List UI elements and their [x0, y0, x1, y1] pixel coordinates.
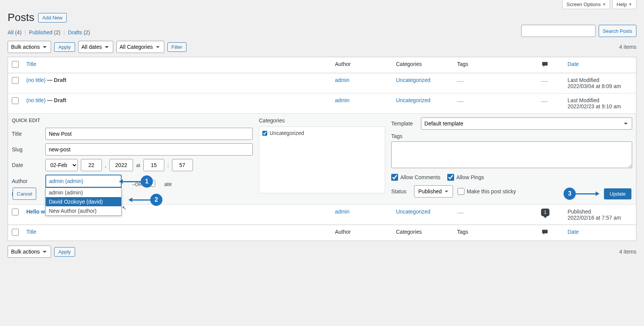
chevron-down-icon: ▼ — [628, 2, 632, 6]
allow-pings-checkbox[interactable] — [447, 174, 454, 181]
author-dropdown: admin (admin) David Ozokoye (david) New … — [45, 188, 122, 216]
category-link[interactable]: Uncategorized — [396, 77, 430, 83]
comments-empty: — — [541, 97, 548, 105]
qe-date-label: Date — [12, 162, 42, 168]
category-link[interactable]: Uncategorized — [396, 97, 430, 103]
author-link[interactable]: admin — [335, 97, 350, 103]
apply-button-top[interactable]: Apply — [54, 42, 75, 52]
post-state: — Draft — [46, 77, 66, 83]
table-row: (no title) — Draft admin Uncategorized —… — [8, 93, 636, 114]
qe-year-input[interactable] — [109, 159, 133, 171]
col-date[interactable]: Date — [564, 57, 636, 73]
annotation-3: 3 — [564, 188, 576, 200]
annotation-1: 1 — [141, 175, 153, 188]
post-title-link[interactable]: (no title) — [26, 97, 46, 103]
post-title-link[interactable]: (no title) — [26, 77, 46, 83]
qe-author-select[interactable]: admin (admin) — [45, 175, 122, 188]
qe-day-input[interactable] — [81, 159, 102, 171]
date-label: Last Modified — [568, 97, 599, 103]
row-checkbox[interactable] — [12, 77, 19, 84]
qe-slug-input[interactable] — [45, 143, 253, 156]
bulk-actions-select-bottom[interactable]: Bulk actions — [8, 246, 51, 258]
qe-minute-input[interactable] — [172, 159, 193, 171]
author-option[interactable]: New Author (author) — [46, 206, 121, 215]
filter-drafts[interactable]: Drafts — [68, 29, 82, 35]
screen-options-tab[interactable]: Screen Options ▼ — [562, 0, 610, 9]
col-tags: Tags — [453, 225, 537, 241]
tags-empty: — — [457, 97, 464, 105]
col-title[interactable]: Title — [22, 57, 331, 73]
col-author: Author — [331, 225, 392, 241]
author-link[interactable]: admin — [335, 209, 350, 215]
col-date[interactable]: Date — [564, 225, 636, 241]
qe-title-input[interactable] — [45, 128, 253, 140]
cat-uncategorized-checkbox[interactable] — [262, 131, 267, 136]
comment-count[interactable]: 1 — [541, 209, 550, 216]
row-checkbox[interactable] — [12, 97, 19, 104]
private-label-partial: ate — [164, 181, 172, 187]
qe-tags-label: Tags — [391, 133, 632, 139]
category-link[interactable]: Uncategorized — [396, 209, 430, 215]
col-title[interactable]: Title — [22, 225, 331, 241]
date-value: 2022/02/23 at 9:10 am — [568, 103, 621, 109]
filter-button[interactable]: Filter — [167, 42, 187, 52]
qe-slug-label: Slug — [12, 146, 42, 153]
date-value: 2022/02/16 at 7:57 am — [568, 215, 621, 221]
comment-icon — [541, 229, 549, 235]
quick-edit-heading: QUICK EDIT — [12, 117, 253, 123]
dates-select[interactable]: All dates — [78, 41, 113, 53]
qe-template-select[interactable]: Default template — [421, 117, 632, 130]
col-categories: Categories — [392, 57, 453, 73]
annotation-2: 2 — [150, 194, 162, 206]
author-option[interactable]: admin (admin) — [46, 188, 121, 197]
author-option-selected[interactable]: David Ozokoye (david) — [46, 197, 121, 206]
add-new-button[interactable]: Add New — [38, 13, 67, 22]
chevron-down-icon: ▼ — [602, 2, 606, 6]
qe-month-select[interactable]: 02-Feb — [45, 159, 78, 171]
tags-empty: — — [457, 209, 464, 216]
comments-empty: — — [541, 77, 548, 85]
categories-box[interactable]: Uncategorized — [259, 127, 385, 193]
items-count-bottom: 4 items — [619, 249, 636, 255]
search-button[interactable]: Search Posts — [599, 25, 636, 37]
qe-author-label: Author — [12, 178, 42, 184]
allow-comments-checkbox[interactable] — [391, 174, 398, 181]
col-comments[interactable] — [537, 57, 564, 73]
filter-all[interactable]: All — [8, 29, 14, 35]
comment-icon — [541, 61, 549, 67]
update-button[interactable]: Update — [604, 188, 631, 199]
author-link[interactable]: admin — [335, 77, 350, 83]
items-count: 4 items — [619, 44, 636, 50]
date-label: Published — [568, 209, 591, 215]
categories-select[interactable]: All Categories — [116, 41, 164, 53]
qe-tags-textarea[interactable] — [391, 141, 632, 168]
row-checkbox[interactable] — [12, 209, 19, 215]
apply-button-bottom[interactable]: Apply — [54, 247, 75, 257]
select-all-checkbox-bottom[interactable] — [12, 229, 19, 236]
table-row: (no title) — Draft admin Uncategorized —… — [8, 73, 636, 93]
page-title: Posts — [8, 11, 34, 24]
select-all-checkbox[interactable] — [12, 61, 19, 68]
qe-hour-input[interactable] — [143, 159, 164, 171]
col-comments[interactable] — [537, 225, 564, 241]
help-tab[interactable]: Help ▼ — [612, 0, 636, 9]
qe-title-label: Title — [12, 131, 42, 137]
col-categories: Categories — [392, 225, 453, 241]
date-label: Last Modified — [568, 77, 599, 83]
col-tags: Tags — [453, 57, 537, 73]
qe-template-label: Template — [391, 120, 418, 127]
bulk-actions-select[interactable]: Bulk actions — [8, 41, 51, 53]
quick-edit-row: QUICK EDIT Title Slug Date 02-Feb , — [8, 114, 636, 205]
search-input[interactable] — [521, 25, 596, 37]
col-author: Author — [331, 57, 392, 73]
cancel-button[interactable]: Cancel — [13, 188, 36, 200]
filter-published[interactable]: Published — [29, 29, 53, 35]
tags-empty: — — [457, 77, 464, 85]
date-value: 2022/03/04 at 8:09 am — [568, 83, 621, 89]
cursor-icon: ↖ — [122, 205, 127, 211]
qe-at-label: at — [136, 162, 140, 168]
post-state: — Draft — [46, 97, 66, 103]
qe-categories-label: Categories — [259, 117, 385, 124]
